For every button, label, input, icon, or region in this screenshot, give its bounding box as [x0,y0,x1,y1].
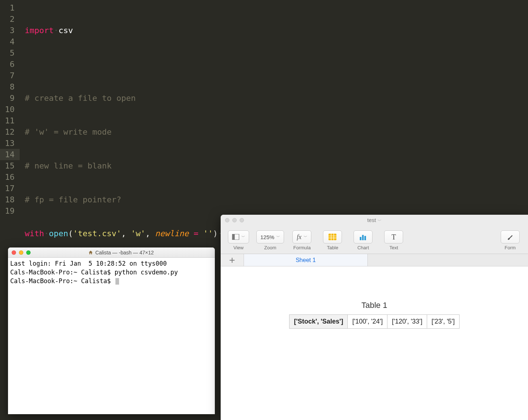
minimize-button[interactable] [232,218,237,222]
punct: , [145,229,155,238]
module-name: csv [59,26,73,35]
terminal-body[interactable]: Last login: Fri Jan 5 10:28:52 on ttys00… [8,258,215,414]
punct: ) [213,229,218,238]
minimize-button[interactable] [19,250,23,255]
line-number: 9 [0,92,20,104]
builtin-open: open [49,229,68,238]
view-icon [232,234,239,240]
window-controls [12,250,31,255]
svg-rect-9 [365,236,366,240]
code-line[interactable]: # create a file to open [20,92,528,104]
window-controls [225,218,244,222]
toolbar-chart-button[interactable]: Chart [350,230,376,250]
code-line[interactable]: # fp = file pointer? [20,194,528,205]
table-header-cell[interactable]: ['Stock', 'Sales'] [289,315,348,328]
close-button[interactable] [225,218,229,222]
toolbar: ﹀ View 125%﹀ Zoom fx﹀ Formula Table Char… [221,226,528,254]
code-line[interactable]: # new line = blank [20,160,528,171]
line-number: 14 [0,149,20,160]
document-title-text: test [367,217,376,223]
terminal-line: Cals-MacBook-Pro:~ Calista$ python csvde… [10,268,213,277]
table-icon [328,234,336,240]
line-number: 12 [0,126,20,138]
chevron-down-icon: ﹀ [241,234,245,239]
op: = [189,229,203,238]
toolbar-table-button[interactable]: Table [320,230,345,250]
toolbar-formula-button[interactable]: fx﹀ Formula [289,230,315,250]
keyword-with: with [25,229,44,238]
toolbar-text-button[interactable]: T Text [381,230,406,250]
line-number: 10 [0,104,20,115]
line-number: 17 [0,183,20,194]
toolbar-label: Formula [293,245,311,250]
line-number: 1 [0,2,20,13]
toolbar-view-button[interactable]: ﹀ View [226,230,251,250]
table-cell[interactable]: ['100', '24'] [348,315,387,328]
line-number-gutter: 1 2 3 4 5 6 7 8 9 10 11 12 13 14 15 16 1… [0,0,20,217]
brush-icon [507,233,514,241]
zoom-button[interactable] [240,218,244,222]
line-number: 19 [0,205,20,217]
svg-rect-1 [235,234,239,240]
toolbar-label: Zoom [264,245,276,250]
add-sheet-button[interactable]: + [221,254,244,266]
line-number: 8 [0,81,20,92]
line-number: 11 [0,115,20,126]
zoom-value: 125% [260,234,274,240]
document-title[interactable]: test﹀ [221,217,528,223]
shell-prompt: Cals-MacBook-Pro:~ Calista$ [10,277,115,285]
line-number: 7 [0,70,20,81]
toolbar-zoom-button[interactable]: 125%﹀ Zoom [256,230,284,250]
line-number: 5 [0,47,20,59]
line-number: 18 [0,194,20,205]
terminal-titlebar[interactable]: Calista — -bash — 47×12 [8,247,215,258]
comment: # new line = blank [25,161,111,170]
close-button[interactable] [12,250,16,255]
line-number: 4 [0,36,20,47]
toolbar-label: View [233,245,244,250]
formula-icon: fx [297,233,302,241]
sheet-tab[interactable]: Sheet 1 [244,254,368,266]
table[interactable]: ['Stock', 'Sales'] ['100', '24'] ['120',… [289,314,460,329]
line-number: 13 [0,138,20,149]
code-line[interactable]: import·csv [20,25,528,36]
comment: # create a file to open [25,94,136,103]
chevron-down-icon: ﹀ [378,218,382,223]
zoom-button[interactable] [26,250,31,255]
toolbar-label: Table [327,245,338,250]
punct: ( [68,229,73,238]
line-number: 16 [0,171,20,183]
toolbar-format-button[interactable]: Form [497,230,523,250]
sheet-tab-bar: + Sheet 1 [221,254,528,266]
sheet-tab-label: Sheet 1 [296,257,316,264]
numbers-window[interactable]: test﹀ ﹀ View 125%﹀ Zoom fx﹀ Formula Tabl… [221,215,528,420]
code-line[interactable]: # 'w' = write mode [20,126,528,138]
string: 'w' [131,229,145,238]
kwarg: newline [155,229,189,238]
comment: # fp = file pointer? [25,195,121,204]
comment: # 'w' = write mode [25,127,111,136]
table-cell[interactable]: ['23', '5'] [427,315,459,328]
punct: , [121,229,131,238]
svg-rect-2 [329,234,337,240]
toolbar-label: Text [389,245,398,250]
sheet-tab-empty [368,254,528,266]
terminal-title: Calista — -bash — 47×12 [88,250,154,255]
spreadsheet-canvas[interactable]: Table 1 ['Stock', 'Sales'] ['100', '24']… [221,266,528,420]
shell-command: python csvdemo.py [115,269,178,276]
line-number: 6 [0,59,20,70]
string: 'test.csv' [73,229,121,238]
numbers-titlebar[interactable]: test﹀ [221,215,528,226]
table-title[interactable]: Table 1 [221,301,528,310]
code-line[interactable] [20,59,528,70]
chevron-down-icon: ﹀ [304,234,307,239]
terminal-title-text: Calista — -bash — 47×12 [95,250,154,255]
svg-rect-0 [232,234,234,240]
cursor [115,278,119,285]
terminal-line[interactable]: Cals-MacBook-Pro:~ Calista$ [10,277,213,285]
svg-rect-7 [360,237,362,240]
table-cell[interactable]: ['120', '33'] [387,315,427,328]
terminal-window[interactable]: Calista — -bash — 47×12 Last login: Fri … [8,247,215,414]
chevron-down-icon: ﹀ [276,234,280,239]
terminal-line: Last login: Fri Jan 5 10:28:52 on ttys00… [10,259,213,268]
